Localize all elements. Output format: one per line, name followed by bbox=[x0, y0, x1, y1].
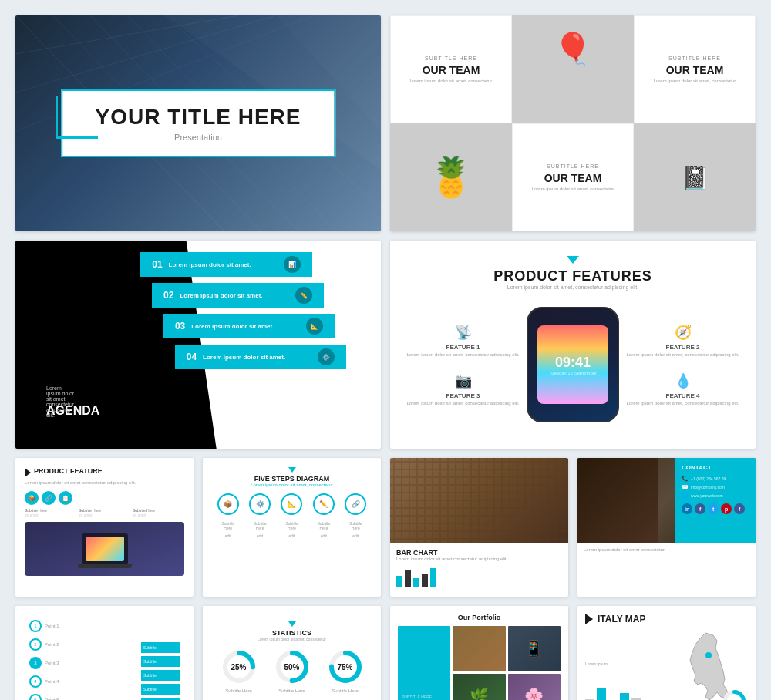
accent-h bbox=[56, 136, 98, 139]
bar-5 bbox=[430, 568, 436, 587]
stat-label-1: Subtitle Here bbox=[220, 688, 258, 693]
steps-circles: 📦 ⚙️ 📐 ✏️ 🔗 bbox=[212, 493, 372, 515]
port-img-3: 🌿 bbox=[453, 674, 505, 701]
ss-italy-map: ITALY MAP Lorem ipsum Lorem ipsum dolor … bbox=[577, 606, 756, 700]
bar-bg-image bbox=[390, 458, 568, 543]
contact-panel: CONTACT 📞 +1 (800) 234 567 89 ✉️ info@co… bbox=[675, 458, 756, 543]
map-arrow bbox=[585, 614, 593, 624]
feature-1: 📡 FEATURE 1 Lorem ipsum dolor sit amet, … bbox=[406, 324, 520, 357]
agenda-icon-4: ⚙️ bbox=[318, 348, 335, 365]
proc-label-2: Point 2 bbox=[45, 642, 59, 647]
pinterest-btn: p bbox=[721, 503, 732, 514]
bar-1 bbox=[396, 576, 402, 587]
steps-subtitle: Lorem ipsum dolor sit amet, consectetur bbox=[212, 483, 372, 487]
stat-donut-3: 75% bbox=[326, 648, 365, 686]
proc-item-2: 2 Point 2 bbox=[29, 638, 138, 651]
stat-label-3: Subtitle Here bbox=[326, 688, 365, 693]
email-icon: ✉️ bbox=[682, 484, 689, 490]
contact-phone: 📞 +1 (800) 234 567 89 bbox=[682, 476, 749, 482]
bar-2 bbox=[405, 570, 411, 587]
stat-item-3: 75% Subtitle Here bbox=[326, 648, 365, 693]
italy-map-area: Lorem ipsum Lorem ipsum dolor sit amet c… bbox=[585, 629, 748, 700]
contact-title: CONTACT bbox=[682, 464, 749, 471]
features-arrow bbox=[567, 256, 579, 264]
pf-icon-1: 📦 bbox=[25, 491, 39, 505]
team-body-1: Lorem ipsum dolor sit amet, consectetur bbox=[410, 79, 493, 83]
proc-bar-1: Subtitle bbox=[141, 642, 180, 653]
proc-circle-4: 4 bbox=[29, 675, 42, 688]
italy-bars bbox=[585, 668, 672, 700]
agenda-item-3: 03 Lorem ipsum dolor sit amet. 📐 bbox=[163, 314, 335, 338]
ss-five-steps: FIVE STEPS DIAGRAM Lorem ipsum dolor sit… bbox=[203, 458, 381, 597]
italy-map-shape bbox=[678, 629, 748, 700]
italy-bar-4 bbox=[620, 693, 629, 700]
proc-item-4: 4 Point 4 bbox=[29, 675, 138, 688]
features-title: PRODUCT FEATURES bbox=[406, 268, 740, 284]
proc-bar-4: Subtitle bbox=[141, 684, 180, 695]
stats-title: STATISTICS bbox=[212, 629, 372, 637]
agenda-items: 01 Lorem ipsum dolor sit amet. 📊 02 Lore… bbox=[125, 241, 381, 385]
phone-mockup: 09:41 Tuesday 12 September bbox=[527, 307, 619, 422]
bar-title: BAR CHART bbox=[396, 549, 562, 557]
stat-label-2: Subtitle Here bbox=[273, 688, 311, 693]
team-title-3: OUR TEAM bbox=[544, 172, 602, 184]
accent-v bbox=[56, 96, 58, 139]
italy-donut-svg bbox=[721, 688, 748, 700]
title-box: YOUR TITLE HERE Presentation bbox=[61, 89, 335, 157]
italy-chart-label: Lorem ipsum bbox=[585, 661, 672, 666]
feature-1-name: FEATURE 1 bbox=[406, 344, 520, 351]
phone-screen: 09:41 Tuesday 12 September bbox=[537, 325, 609, 404]
contact-web: 🌐 www.yourweb.com bbox=[682, 493, 749, 499]
step-label-2: SubtitleHere bbox=[248, 521, 271, 530]
steps-arrow bbox=[288, 467, 296, 473]
ss-statistics: STATISTICS Lorem ipsum dolor sit amet, c… bbox=[203, 606, 381, 700]
proc-item-1: 1 Point 1 bbox=[29, 620, 138, 632]
team-title-2: OUR TEAM bbox=[666, 64, 724, 76]
proc-item-3: 3 Point 3 bbox=[29, 657, 138, 669]
bar-4 bbox=[422, 574, 428, 587]
agenda-item-4: 04 Lorem ipsum dolor sit amet. ⚙️ bbox=[175, 345, 347, 369]
feature-4-icon: 💧 bbox=[625, 372, 740, 389]
ss-product-feature: PRODUCT FEATURE Lorem ipsum dolor sit am… bbox=[15, 458, 194, 597]
contact-bg: CONTACT 📞 +1 (800) 234 567 89 ✉️ info@co… bbox=[577, 458, 756, 543]
feature-2-icon: 🧭 bbox=[625, 324, 740, 341]
agenda-num-3: 03 bbox=[175, 321, 185, 331]
proc-item-5: 5 Point 5 bbox=[29, 694, 138, 700]
italy-mini-donut bbox=[721, 688, 748, 700]
phone-date: Tuesday 12 September bbox=[549, 371, 597, 375]
agenda-num-1: 01 bbox=[152, 259, 162, 270]
portfolio-grid: SUBTITLE HERE SUBTITLEHERE 📱 🌿 🌸 bbox=[398, 626, 561, 700]
stats-arrow bbox=[288, 621, 296, 627]
proc-circle-1: 1 bbox=[29, 620, 42, 632]
stat-item-1: 25% Subtitle Here bbox=[220, 648, 258, 693]
feature-3-icon: 📷 bbox=[406, 372, 520, 389]
laptop-screen bbox=[86, 537, 124, 561]
mini-bar-chart bbox=[396, 564, 562, 587]
feature-3-name: FEATURE 3 bbox=[406, 392, 520, 399]
steps-labels: SubtitleHere SubtitleHere SubtitleHere S… bbox=[212, 521, 372, 530]
main-title: YOUR TITLE HERE bbox=[86, 105, 311, 130]
team-subtitle-2: SUBTITLE HERE bbox=[668, 56, 721, 61]
feat-col-left: 📡 FEATURE 1 Lorem ipsum dolor sit amet, … bbox=[406, 324, 520, 406]
agenda-num-4: 04 bbox=[187, 352, 197, 362]
team-cell-2: SUBTITLE HERE OUR TEAM Lorem ipsum dolor… bbox=[634, 15, 756, 123]
feature-2: 🧭 FEATURE 2 Lorem ipsum dolor sit amet, … bbox=[625, 324, 740, 357]
stats-subtitle: Lorem ipsum dolor sit amet, consectetur bbox=[212, 637, 372, 641]
proc-label-4: Point 4 bbox=[45, 679, 59, 684]
agenda-body: Lorem ipsum dolor sit amet,consectetur a… bbox=[46, 385, 74, 418]
team-cell-3: SUBTITLE HERE OUR TEAM Lorem ipsum dolor… bbox=[512, 123, 634, 231]
row4: 1 Point 1 2 Point 2 3 Point 3 4 Point 4 bbox=[15, 606, 756, 700]
features-grid: 📡 FEATURE 1 Lorem ipsum dolor sit amet, … bbox=[406, 299, 740, 430]
linkedin-btn: in bbox=[682, 503, 692, 514]
proc-circle-5: 5 bbox=[29, 694, 42, 700]
team-grid: SUBTITLE HERE OUR TEAM Lorem ipsum dolor… bbox=[390, 15, 756, 231]
agenda-icon-3: 📐 bbox=[306, 318, 323, 335]
contact-bottom: Lorem ipsum dolor sit amet consectetur bbox=[577, 543, 756, 557]
step-label-5: SubtitleHere bbox=[344, 521, 367, 530]
step-label-1: SubtitleHere bbox=[217, 521, 240, 530]
contact-extra: Lorem ipsum dolor sit amet consectetur bbox=[584, 547, 749, 552]
feature-2-name: FEATURE 2 bbox=[625, 344, 740, 351]
step-label-3: SubtitleHere bbox=[280, 521, 303, 530]
ss-contact: CONTACT 📞 +1 (800) 234 567 89 ✉️ info@co… bbox=[577, 458, 756, 597]
web-icon: 🌐 bbox=[682, 493, 689, 499]
